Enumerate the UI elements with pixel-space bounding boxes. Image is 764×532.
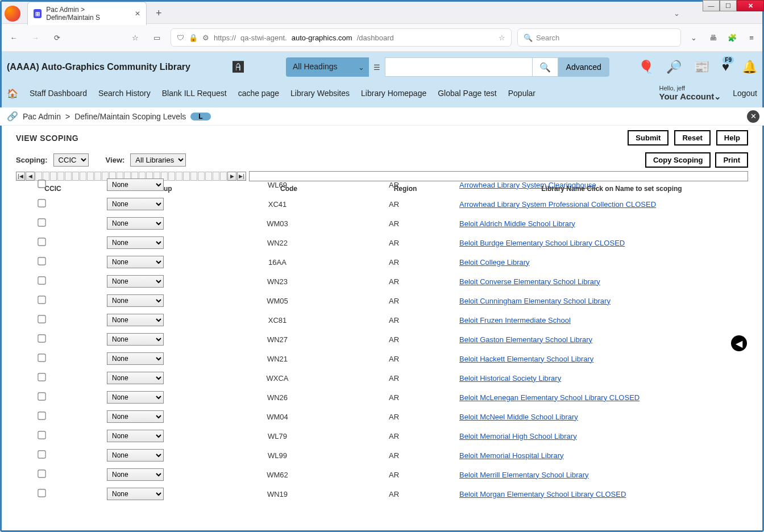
library-name-link[interactable]: Beloit Cunningham Elementary School Libr… [459,297,611,305]
submit-button[interactable]: Submit [628,130,668,146]
row-checkbox[interactable] [38,392,45,400]
print-icon[interactable]: 🖶 [706,31,720,44]
list-icon[interactable]: 📰 [694,60,709,74]
library-name-link[interactable]: Beloit Morgan Elementary School Library … [459,490,626,498]
library-name-link[interactable]: Beloit McLenegan Elementary School Libra… [459,393,640,402]
location-group-select[interactable]: None [107,236,164,249]
nav-library-websites[interactable]: Library Websites [290,89,350,98]
row-checkbox[interactable] [38,257,45,265]
library-name-link[interactable]: Beloit College Library [459,258,530,267]
copy-scoping-button[interactable]: Copy Scoping [645,152,711,168]
nav-library-homepage[interactable]: Library Homepage [361,89,426,98]
tabs-dropdown-icon[interactable]: ⌄ [674,9,680,18]
nav-staff-dashboard[interactable]: Staff Dashboard [30,89,87,98]
browser-tab[interactable]: ⊞ Pac Admin > Define/Maintain S ✕ [27,2,147,25]
row-checkbox[interactable] [38,354,45,361]
location-group-select[interactable]: None [107,178,164,191]
library-name-link[interactable]: Arrowhead Library System Professional Co… [459,200,656,209]
location-group-select[interactable]: None [107,488,164,500]
scoping-select[interactable]: CCIC [53,153,89,167]
view-select[interactable]: All Libraries [130,153,186,167]
row-checkbox[interactable] [38,373,45,381]
library-name-link[interactable]: Beloit Aldrich Middle School Library [459,219,575,228]
row-checkbox[interactable] [38,450,45,458]
library-name-link[interactable]: Beloit Memorial High School Library [459,432,577,440]
advanced-search-button[interactable]: Advanced [558,57,609,77]
window-maximize[interactable]: ☐ [720,0,737,11]
database-icon[interactable]: ☰ [369,57,385,77]
window-close[interactable]: ✕ [737,0,764,11]
location-group-select[interactable]: None [107,275,164,288]
location-group-select[interactable]: None [107,372,164,384]
location-group-select[interactable]: None [107,198,164,210]
location-group-select[interactable]: None [107,352,164,365]
library-name-link[interactable]: Beloit Fruzen Intermediate School [459,316,571,325]
row-checkbox[interactable] [38,334,45,342]
row-checkbox[interactable] [38,469,45,477]
extensions-icon[interactable]: 🧩 [725,31,739,44]
help-button[interactable]: Help [716,130,748,146]
container-icon[interactable]: ▭ [149,30,165,45]
library-name-link[interactable]: Arrowhead Library System Clearinghouse [459,181,596,189]
row-checkbox[interactable] [38,412,45,419]
home-icon[interactable]: 🏠 [7,88,18,99]
bookmark-icon[interactable]: ☆ [499,34,505,42]
location-group-select[interactable]: None [107,217,164,230]
nav-blank-ill[interactable]: Blank ILL Request [162,89,227,98]
library-name-link[interactable]: Beloit Hackett Elementary School Library [459,355,593,363]
nav-reload-icon[interactable]: ⟳ [49,30,65,45]
library-name-link[interactable]: Beloit Memorial Hospital Library [459,451,564,460]
row-checkbox[interactable] [38,276,45,284]
heading-select[interactable]: All Headings [286,57,354,77]
menu-icon[interactable]: ≡ [745,31,758,44]
notifications-icon[interactable]: 🔔 [742,60,757,74]
location-group-select[interactable]: None [107,449,164,462]
row-checkbox[interactable] [38,238,45,246]
nav-global-page-test[interactable]: Global Page test [438,89,497,98]
pocket-icon[interactable]: ⌄ [687,31,700,44]
row-checkbox[interactable] [38,315,45,323]
balloon-icon[interactable]: 🎈 [638,60,654,74]
location-group-select[interactable]: None [107,256,164,268]
catalog-search-button[interactable]: 🔍 [533,57,558,77]
location-group-select[interactable]: None [107,430,164,442]
location-group-select[interactable]: None [107,410,164,423]
breadcrumb-root[interactable]: Pac Admin [23,112,61,121]
row-checkbox[interactable] [38,218,45,226]
library-name-link[interactable]: Beloit Historical Society Library [459,374,561,383]
tab-close-icon[interactable]: ✕ [135,10,140,18]
account-menu[interactable]: Hello, jeff Your Account⌄ [659,85,722,102]
library-name-link[interactable]: Beloit McNeel Middle School Library [459,413,578,421]
location-group-select[interactable]: None [107,333,164,346]
row-checkbox[interactable] [38,431,45,439]
library-name-link[interactable]: Beloit Merrill Elementary School Library [459,471,589,479]
location-group-select[interactable]: None [107,294,164,307]
location-group-select[interactable]: None [107,468,164,481]
bookmark-star-outline-icon[interactable]: ☆ [127,30,143,45]
browser-search-box[interactable]: 🔍 Search [517,28,681,47]
location-group-select[interactable]: None [107,314,164,326]
window-minimize[interactable]: — [703,0,720,11]
logout-link[interactable]: Logout [733,89,757,98]
nav-back-icon[interactable]: ← [6,30,22,45]
nav-popular[interactable]: Popular [508,89,535,98]
favorites-icon[interactable]: ♥F9 [722,60,729,74]
library-name-link[interactable]: Beloit Gaston Elementary School Library [459,335,592,344]
close-panel-icon[interactable]: ✕ [747,110,759,123]
translate-icon[interactable]: 🅰 [232,61,244,74]
library-name-link[interactable]: Beloit Burdge Elementary School Library … [459,239,625,247]
nav-search-history[interactable]: Search History [98,89,151,98]
collapse-arrow-icon[interactable]: ◀ [731,335,747,351]
new-tab-button[interactable]: + [152,7,165,19]
browse-icon[interactable]: 🔎 [666,60,682,74]
catalog-search-input[interactable] [385,57,533,77]
location-group-select[interactable]: None [107,391,164,404]
row-checkbox[interactable] [38,489,45,497]
row-checkbox[interactable] [38,296,45,304]
row-checkbox[interactable] [38,199,45,207]
print-button[interactable]: Print [715,152,748,168]
chevron-down-icon[interactable]: ⌄ [354,57,369,77]
table-body[interactable]: NoneWL69ARArrowhead Library System Clear… [5,175,759,527]
row-checkbox[interactable] [38,180,45,188]
nav-cache-page[interactable]: cache page [238,89,279,98]
